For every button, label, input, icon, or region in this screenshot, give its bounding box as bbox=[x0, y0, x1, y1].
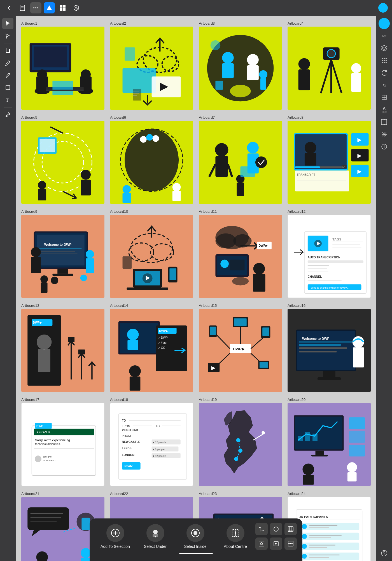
artboard-item-18[interactable]: Artboard18 TO FROM TO VIDEO LINK PHONE N… bbox=[110, 398, 193, 486]
snap-tool-6[interactable] bbox=[284, 537, 297, 550]
right-toolbar: 6pt ƒx A bbox=[376, 16, 392, 561]
color-picker-button[interactable] bbox=[379, 18, 390, 29]
artboard-item-4[interactable]: Artboard4 bbox=[288, 21, 371, 110]
svg-text:T: T bbox=[6, 98, 9, 102]
select-tool[interactable] bbox=[2, 18, 13, 29]
svg-rect-244 bbox=[353, 347, 364, 367]
artboard-thumb-8[interactable]: CC TRANSCRIPT bbox=[288, 121, 371, 204]
svg-text:TO: TO bbox=[122, 419, 126, 422]
shape-tool[interactable] bbox=[2, 82, 13, 93]
artboard-item-10[interactable]: Artboard10 bbox=[110, 209, 193, 298]
artboard-thumb-17[interactable]: DWP ⚑ GOV.UK Sorry, we're experiencing t… bbox=[21, 403, 104, 486]
svg-point-164 bbox=[215, 233, 236, 248]
artboard-item-17[interactable]: Artboard17 DWP ⚑ GOV.UK Sorry, we're exp… bbox=[21, 398, 104, 486]
crop-tool[interactable] bbox=[2, 45, 13, 56]
artboard-item-7[interactable]: Artboard7 bbox=[199, 115, 282, 204]
svg-rect-161 bbox=[169, 268, 176, 280]
artboard-thumb-4[interactable] bbox=[288, 27, 371, 110]
svg-rect-89 bbox=[39, 139, 55, 152]
artboard-thumb-2[interactable] bbox=[110, 27, 193, 110]
paintbrush-tool[interactable] bbox=[2, 70, 13, 81]
artboard-item-19[interactable]: Artboard19 bbox=[199, 398, 282, 486]
artboard-item-3[interactable]: Artboard3 bbox=[199, 21, 282, 110]
top-toolbar bbox=[0, 0, 392, 16]
artboard-item-20[interactable]: Artboard20 bbox=[288, 398, 371, 486]
artboard-thumb-1[interactable] bbox=[21, 27, 104, 110]
user-avatar-button[interactable] bbox=[377, 2, 389, 13]
artboard-thumb-3[interactable] bbox=[199, 27, 282, 110]
snap-tool-2[interactable] bbox=[270, 523, 282, 535]
artboard-thumb-6[interactable] bbox=[110, 121, 193, 204]
snap-tool-4[interactable] bbox=[255, 537, 268, 550]
artboard-item-5[interactable]: Artboard5 bbox=[21, 115, 104, 204]
svg-point-215 bbox=[129, 365, 141, 377]
artboard-item-2[interactable]: Artboard2 bbox=[110, 21, 193, 110]
svg-rect-85 bbox=[351, 73, 361, 92]
artboard-item-11[interactable]: Artboard11 DWP▶ bbox=[199, 209, 282, 298]
artboard-thumb-9[interactable]: Welcome to DWP bbox=[21, 215, 104, 298]
svg-point-101 bbox=[123, 185, 131, 193]
svg-point-78 bbox=[327, 50, 335, 58]
artboard-item-16[interactable]: Artboard16 Welcome to DWP bbox=[288, 303, 371, 392]
svg-point-36 bbox=[386, 124, 387, 125]
artboard-thumb-20[interactable] bbox=[288, 403, 371, 486]
artboard-thumb-10[interactable] bbox=[110, 215, 193, 298]
artboard-item-1[interactable]: Artboard1 bbox=[21, 21, 104, 110]
svg-text:TO: TO bbox=[156, 425, 160, 428]
star-button[interactable] bbox=[379, 129, 390, 140]
artboard-item-12[interactable]: Artboard12 TAGS bbox=[288, 209, 371, 298]
artboard-item-9[interactable]: Artboard9 Welcome to DWP bbox=[21, 209, 104, 298]
svg-rect-242 bbox=[318, 377, 341, 380]
artboard-thumb-5[interactable] bbox=[21, 121, 104, 204]
hex-button[interactable] bbox=[71, 2, 82, 13]
snap-tool-1[interactable] bbox=[255, 523, 268, 535]
artboard-item-8[interactable]: Artboard8 CC TRANSCRI bbox=[288, 115, 371, 204]
select-under-button[interactable]: Select Under bbox=[135, 524, 175, 549]
snap-tool-3[interactable] bbox=[284, 523, 297, 535]
select-inside-button[interactable]: Select Inside bbox=[175, 524, 215, 549]
artboard-thumb-19[interactable] bbox=[199, 403, 282, 486]
canvas-area[interactable]: Artboard1 bbox=[16, 16, 376, 561]
stroke-width-button[interactable]: 6pt bbox=[379, 30, 390, 41]
svg-line-108 bbox=[228, 164, 232, 177]
svg-rect-148 bbox=[41, 282, 48, 293]
layers-button[interactable] bbox=[379, 43, 390, 54]
help-button[interactable] bbox=[379, 548, 390, 559]
grid-dots-button[interactable] bbox=[379, 55, 390, 66]
svg-point-147 bbox=[40, 275, 48, 283]
grid-view-button[interactable] bbox=[57, 2, 68, 13]
snap-tool-5[interactable] bbox=[270, 537, 282, 550]
artboard-thumb-12[interactable]: TAGS AUTO TRANSCRIPTION CHANNEL Send t bbox=[288, 215, 371, 298]
direct-select-tool[interactable] bbox=[2, 30, 13, 41]
add-to-selection-button[interactable]: Add To Selection bbox=[95, 524, 135, 549]
pen-tool[interactable] bbox=[2, 57, 13, 69]
fx-button[interactable]: ƒx bbox=[379, 80, 390, 91]
artboard-thumb-16[interactable]: Welcome to DWP bbox=[288, 309, 371, 392]
more-button[interactable] bbox=[30, 2, 41, 13]
font-size-button[interactable]: A 36pt bbox=[379, 104, 390, 115]
artboard-item-14[interactable]: Artboard14 DWP▶ ✓ DWP ✓ #tag bbox=[110, 303, 193, 392]
artboard-thumb-11[interactable]: DWP▶ bbox=[199, 215, 282, 298]
back-button[interactable] bbox=[3, 2, 15, 13]
about-centre-button[interactable]: About Centre bbox=[215, 524, 255, 549]
affinity-button[interactable] bbox=[44, 2, 55, 13]
artboard-thumb-14[interactable]: DWP▶ ✓ DWP ✓ #tag ✓ CC bbox=[110, 309, 193, 392]
svg-text:OTHER: OTHER bbox=[43, 456, 52, 459]
eyedropper-tool[interactable] bbox=[2, 109, 13, 120]
clock-button[interactable] bbox=[379, 141, 390, 152]
rotate-button[interactable] bbox=[379, 67, 390, 78]
svg-point-347 bbox=[302, 554, 307, 559]
transform-button[interactable] bbox=[379, 116, 390, 128]
artboard-item-6[interactable]: Artboard6 bbox=[110, 115, 193, 204]
artboard-thumb-7[interactable] bbox=[199, 121, 282, 204]
document-button[interactable] bbox=[17, 2, 28, 13]
crop-button[interactable] bbox=[379, 92, 390, 103]
artboard-thumb-15[interactable]: DWP▶ bbox=[199, 309, 282, 392]
artboard-item-13[interactable]: Artboard13 DWP▶ bbox=[21, 303, 104, 392]
artboard-thumb-13[interactable]: DWP▶ bbox=[21, 309, 104, 392]
svg-rect-32 bbox=[382, 120, 387, 125]
artboard-item-15[interactable]: Artboard15 DWP▶ bbox=[199, 303, 282, 392]
svg-marker-298 bbox=[32, 530, 40, 536]
text-tool[interactable]: T bbox=[2, 94, 13, 106]
artboard-thumb-18[interactable]: TO FROM TO VIDEO LINK PHONE NEWCASTLE ■ … bbox=[110, 403, 193, 486]
